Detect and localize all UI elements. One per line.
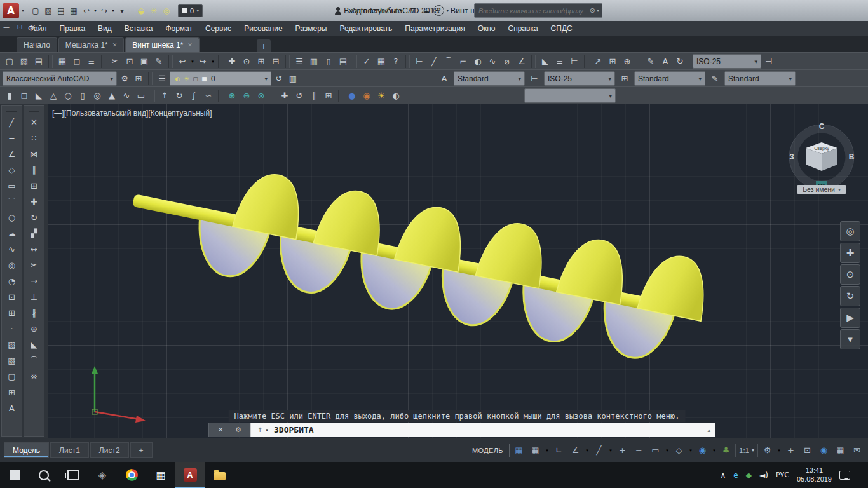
break-icon[interactable]: ∦ xyxy=(26,305,42,321)
point-light-icon[interactable]: ◎ xyxy=(160,4,173,17)
quick-properties-icon[interactable]: ⊡ xyxy=(800,444,815,458)
orbit-icon[interactable]: ↻ xyxy=(840,286,860,306)
command-text[interactable]: 3DОРБИТА xyxy=(274,425,314,435)
point-icon[interactable]: · xyxy=(4,321,20,337)
dim-style-combo-2[interactable]: ISO-25 xyxy=(544,71,615,86)
model-viewport[interactable]: [—][Пользовательский вид][Концептуальный… xyxy=(46,104,868,438)
close-vint-shneka-icon[interactable]: ✕ xyxy=(187,42,193,48)
copy-clip-icon[interactable]: ⊡ xyxy=(123,55,137,69)
plot-icon[interactable]: ▦ xyxy=(67,4,80,17)
fillet-icon[interactable]: ⌒ xyxy=(26,353,42,369)
planar-surface-icon[interactable]: ▭ xyxy=(134,89,148,103)
undo-flyout[interactable]: ▾ xyxy=(93,8,98,13)
loft-icon[interactable]: ≈ xyxy=(201,89,215,103)
publish-icon[interactable]: ≡ xyxy=(85,55,98,69)
security-tray-icon[interactable]: ◆ xyxy=(746,471,752,480)
array-icon[interactable]: ⊞ xyxy=(26,178,42,194)
ellipse-icon[interactable]: ◎ xyxy=(4,257,20,273)
gradient-icon[interactable]: ▧ xyxy=(4,353,20,369)
viewcube-west[interactable]: З xyxy=(789,152,794,161)
help-icon[interactable]: ? xyxy=(433,5,444,16)
scale-icon[interactable]: ▞ xyxy=(26,226,42,241)
dim-edit-icon[interactable]: ✎ xyxy=(644,55,658,69)
workspace-switching-flyout[interactable]: ▾ xyxy=(776,448,782,453)
move-icon[interactable]: ✚ xyxy=(26,194,42,210)
line-icon[interactable]: ╱ xyxy=(4,114,20,130)
qnew-icon[interactable]: ▢ xyxy=(3,55,17,69)
zoom-icon[interactable]: ⊙ xyxy=(840,264,860,285)
filetab-meshalka[interactable]: Мешалка 1*✕ xyxy=(58,37,125,52)
qsave-icon[interactable]: ▤ xyxy=(32,55,46,69)
taskbar-app-calculator[interactable]: ▦ xyxy=(146,462,175,488)
autocad-logo[interactable]: A xyxy=(3,3,19,18)
taskbar-app-autocad[interactable]: A xyxy=(175,462,205,488)
circle-icon[interactable]: ○ xyxy=(4,210,20,226)
intersect-icon[interactable]: ⊗ xyxy=(254,89,268,103)
lineweight-display-icon[interactable]: ≡ xyxy=(632,444,646,458)
region-icon[interactable]: ▢ xyxy=(4,369,20,384)
dim-style-manager-icon[interactable]: ⊣ xyxy=(762,55,776,69)
clean-screen-icon[interactable]: ▦ xyxy=(833,444,848,458)
object-snap-tracking-icon[interactable]: + xyxy=(615,444,630,458)
redo-icon[interactable]: ↪ xyxy=(98,4,111,17)
polar-tracking-icon[interactable]: ∠ xyxy=(568,444,583,458)
hardware-acceleration-icon[interactable]: ◉ xyxy=(817,444,831,458)
3d-array-icon[interactable]: ⊞ xyxy=(322,89,336,103)
stretch-icon[interactable]: ↔ xyxy=(26,241,42,257)
selection-cycling-icon[interactable]: ▭ xyxy=(648,444,663,458)
ortho-mode-icon[interactable]: ∟ xyxy=(552,444,566,458)
search-input[interactable] xyxy=(477,6,588,15)
flashlight-icon[interactable]: ◒ xyxy=(135,4,147,17)
snap-mode-icon[interactable]: ▦ xyxy=(528,444,543,458)
make-block-icon[interactable]: ⊞ xyxy=(4,305,20,321)
redo-flyout[interactable]: ▾ xyxy=(111,8,116,13)
undo-icon[interactable]: ↩ xyxy=(80,4,93,17)
dim-linear-icon[interactable]: ⊢ xyxy=(412,55,426,69)
dim-radius-icon[interactable]: ◐ xyxy=(471,55,485,69)
pyramid-icon[interactable]: ▲ xyxy=(105,89,119,103)
layer-states-icon[interactable]: ▥ xyxy=(286,72,300,86)
object-snap-3d-icon[interactable]: ◉ xyxy=(695,444,710,458)
minimize-icon[interactable]: — xyxy=(456,4,475,18)
pan-realtime-icon[interactable]: ✚ xyxy=(225,55,239,69)
redo-icon[interactable]: ↪ xyxy=(196,55,210,69)
app-store-cart-icon[interactable]: ⊞ xyxy=(407,4,419,17)
quick-calc-icon[interactable]: ▦ xyxy=(374,55,388,69)
dim-text-edit-icon[interactable]: A xyxy=(658,55,672,69)
customize-command-icon[interactable]: ⚙ xyxy=(233,425,243,435)
action-center-icon[interactable] xyxy=(839,471,850,480)
workspace-switching-icon[interactable]: ⚙ xyxy=(760,444,775,458)
construction-line-icon[interactable]: ─ xyxy=(4,130,20,146)
object-snap-3d-flyout[interactable]: ▾ xyxy=(712,448,717,453)
paste-clip-icon[interactable]: ▣ xyxy=(137,55,151,69)
dim-center-mark-icon[interactable]: ⊕ xyxy=(620,55,634,69)
doc-minimize-icon[interactable]: — xyxy=(0,21,13,32)
command-input-area[interactable]: ↑▾ 3DОРБИТА ▴ xyxy=(250,423,715,437)
command-history-expand-icon[interactable]: ▴ xyxy=(707,427,710,433)
search-icon[interactable]: ⊙ xyxy=(590,6,595,15)
object-snap-icon[interactable]: ◇ xyxy=(672,444,686,458)
dim-diameter-icon[interactable]: ⌀ xyxy=(500,55,514,69)
helix-icon[interactable]: ∿ xyxy=(119,89,133,103)
customize-quick-access-icon[interactable]: ▾ xyxy=(116,4,128,17)
close-command-icon[interactable]: ✕ xyxy=(215,425,226,435)
extrude-icon[interactable]: ↑ xyxy=(158,89,172,103)
taskbar-app-explorer[interactable] xyxy=(205,462,234,488)
layer-properties-manager-icon[interactable]: ☰ xyxy=(155,72,169,86)
light-value-combo[interactable]: 0 xyxy=(178,4,203,17)
rectangle-icon[interactable]: ▭ xyxy=(4,178,20,194)
filetab-vint-shneka[interactable]: Винт шнека 1*✕ xyxy=(125,37,200,52)
wedge-icon[interactable]: ◣ xyxy=(32,89,46,103)
undo-icon[interactable]: ↩ xyxy=(175,55,189,69)
language-indicator[interactable]: РУС xyxy=(776,471,789,479)
arc-icon[interactable]: ⌒ xyxy=(4,194,20,210)
pan-icon[interactable]: ✚ xyxy=(840,243,860,263)
viewport-controls-label[interactable]: [—][Пользовательский вид][Концептуальный… xyxy=(52,109,212,118)
3d-rotate-icon[interactable]: ↺ xyxy=(292,89,306,103)
recent-commands-flyout[interactable]: ▾ xyxy=(264,428,269,433)
qnew-icon[interactable]: ▢ xyxy=(29,4,42,17)
markup-set-manager-icon[interactable]: ✓ xyxy=(360,55,374,69)
qsave-icon[interactable]: ▤ xyxy=(55,4,67,17)
help-search-box[interactable]: ⊙ ▾ xyxy=(474,3,602,18)
union-icon[interactable]: ⊕ xyxy=(225,89,239,103)
